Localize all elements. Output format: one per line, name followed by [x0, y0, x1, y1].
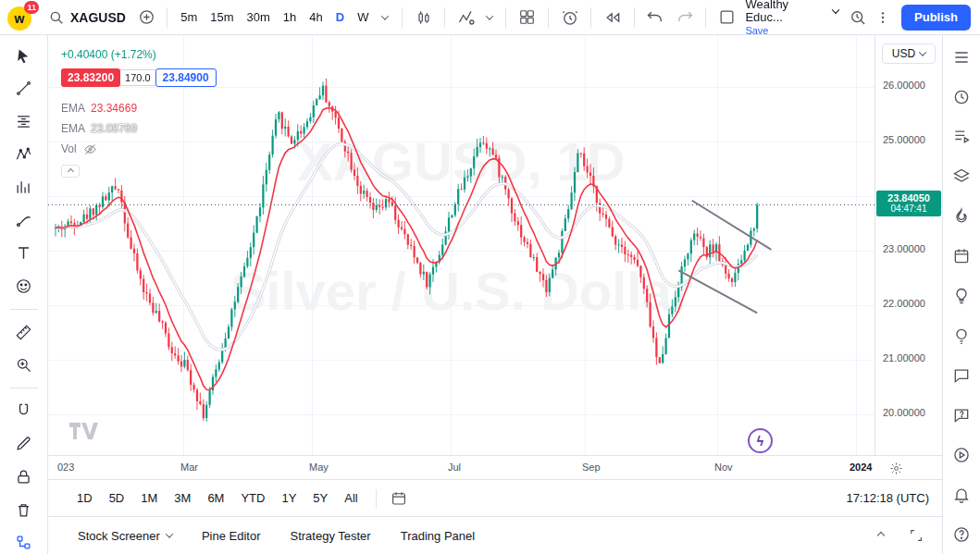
symbol-search[interactable]: XAGUSD — [43, 6, 131, 30]
timeframe-1d[interactable]: D — [331, 6, 349, 28]
more-options-icon[interactable] — [875, 6, 892, 30]
remove-drawings-icon[interactable] — [10, 499, 38, 522]
ema-indicator-row[interactable]: EMA 23.08769 — [61, 118, 217, 139]
measure-tool-icon[interactable] — [10, 321, 38, 344]
tab-trading-panel[interactable]: Trading Panel — [390, 523, 486, 548]
tab-pine-editor[interactable]: Pine Editor — [191, 523, 272, 548]
sell-price-button[interactable]: 23.83200 — [61, 68, 120, 87]
trend-line-tool-icon[interactable] — [10, 78, 38, 101]
ema-indicator-row[interactable]: EMA 23.34669 — [61, 98, 217, 118]
alerts-icon[interactable] — [949, 86, 974, 108]
left-drawing-toolbar — [0, 35, 48, 554]
app-logo[interactable]: w 11 — [7, 4, 35, 31]
spread-value: 170.0 — [120, 69, 155, 86]
go-to-date-icon[interactable] — [388, 487, 410, 510]
axis-settings-gear-icon[interactable] — [887, 459, 905, 477]
ema2-label: EMA — [61, 122, 85, 135]
timeframe-1h[interactable]: 1h — [279, 6, 301, 28]
separator — [444, 7, 445, 28]
range-1y[interactable]: 1Y — [275, 487, 303, 509]
bar-replay-icon[interactable] — [600, 6, 625, 30]
brush-tool-icon[interactable] — [10, 209, 38, 232]
screener-flame-icon[interactable] — [949, 205, 974, 228]
panel-open-chevron-icon[interactable] — [870, 524, 892, 547]
forecast-tool-icon[interactable] — [10, 176, 38, 199]
tab-label: Strategy Tester — [290, 529, 370, 543]
time-tick-year: 2024 — [850, 462, 872, 473]
layers-icon[interactable] — [949, 166, 974, 188]
range-1d[interactable]: 1D — [70, 487, 99, 509]
panel-maximize-icon[interactable] — [905, 524, 927, 547]
compare-add-icon[interactable] — [135, 6, 158, 30]
top-toolbar: w 11 XAGUSD 5m 15m 30m 1h 4h D W — [0, 0, 980, 35]
idea-bulb-outline-icon[interactable] — [949, 325, 974, 347]
buy-sell-widget: 23.83200 170.0 23.84900 — [61, 68, 217, 87]
ideas-lightbulb-icon[interactable] — [949, 285, 974, 307]
currency-selector[interactable]: USD — [882, 43, 936, 64]
help-icon[interactable] — [949, 523, 974, 546]
hotlists-icon[interactable] — [949, 126, 974, 148]
streams-play-icon[interactable] — [949, 444, 974, 466]
tradingview-logo[interactable] — [68, 422, 100, 440]
last-price-badge[interactable]: 23.84050 04:47:41 — [876, 191, 941, 216]
range-5y[interactable]: 5Y — [306, 487, 334, 509]
publish-button[interactable]: Publish — [901, 5, 971, 31]
timeframe-5m[interactable]: 5m — [176, 6, 202, 28]
time-axis[interactable]: 023 Mar May Jul Sep Nov 2024 — [48, 455, 942, 479]
layout-name[interactable]: Wealthy Educ... Save — [745, 0, 837, 36]
notifications-bell-icon[interactable] — [949, 484, 974, 506]
edit-tool-icon[interactable] — [10, 433, 38, 456]
tab-strategy-tester[interactable]: Strategy Tester — [279, 523, 381, 548]
magnet-tool-icon[interactable] — [10, 400, 38, 423]
watchlist-icon[interactable] — [949, 46, 974, 68]
separator — [10, 309, 38, 310]
price-axis[interactable]: USD 26.00000 25.00000 24.00000 23.00000 … — [875, 35, 942, 455]
pattern-tool-icon[interactable] — [10, 143, 38, 166]
tab-stock-screener[interactable]: Stock Screener — [67, 523, 183, 548]
zoom-tool-icon[interactable] — [10, 353, 38, 376]
timeframe-menu-chevron-icon[interactable] — [377, 6, 393, 29]
range-all[interactable]: All — [338, 487, 364, 509]
legend-collapse-button[interactable] — [61, 165, 80, 178]
time-tick: 023 — [57, 462, 74, 473]
lock-tool-icon[interactable] — [10, 465, 38, 488]
save-link[interactable]: Save — [745, 25, 837, 36]
calendar-icon[interactable] — [949, 245, 974, 267]
object-tree-icon[interactable] — [10, 531, 38, 554]
qa-chat-icon[interactable] — [949, 404, 974, 426]
timeframe-4h[interactable]: 4h — [304, 6, 327, 28]
indicators-icon[interactable] — [453, 6, 478, 30]
range-1m[interactable]: 1M — [134, 487, 164, 509]
buy-price-button[interactable]: 23.84900 — [155, 68, 217, 87]
alert-icon[interactable] — [557, 6, 582, 30]
timeframe-15m[interactable]: 15m — [205, 6, 238, 28]
utc-clock[interactable]: 17:12:18 (UTC) — [846, 491, 929, 505]
layout-grid-icon[interactable] — [515, 6, 540, 30]
range-5d[interactable]: 5D — [103, 487, 131, 509]
range-ytd[interactable]: YTD — [234, 487, 271, 509]
separator — [705, 7, 706, 28]
text-tool-icon[interactable] — [10, 242, 38, 265]
chat-icon[interactable] — [949, 364, 974, 387]
volume-indicator-row[interactable]: Vol — [61, 139, 217, 159]
timeframe-30m[interactable]: 30m — [242, 6, 275, 28]
cursor-tool-icon[interactable] — [10, 44, 38, 68]
fib-retracement-tool-icon[interactable] — [10, 110, 38, 133]
time-tick: Nov — [714, 462, 733, 473]
layout-thumbnail-icon[interactable] — [714, 6, 739, 30]
layout-chevron-icon — [831, 6, 838, 13]
timeframe-1w[interactable]: W — [353, 6, 373, 28]
promo-boost-icon[interactable]: ϟ — [748, 428, 773, 453]
undo-icon[interactable] — [643, 6, 668, 30]
range-6m[interactable]: 6M — [201, 487, 230, 509]
indicators-chevron-icon[interactable] — [482, 6, 497, 29]
eye-off-icon[interactable] — [82, 142, 99, 156]
redo-icon[interactable] — [672, 6, 697, 30]
emoji-tool-icon[interactable] — [10, 275, 38, 298]
range-3m[interactable]: 3M — [167, 487, 197, 509]
volume-label: Vol — [61, 142, 77, 155]
quick-search-icon[interactable] — [845, 6, 870, 30]
last-price-value: 23.84050 — [876, 192, 941, 203]
chart-style-icon[interactable] — [411, 6, 436, 30]
currency-chevron-icon — [919, 48, 926, 55]
